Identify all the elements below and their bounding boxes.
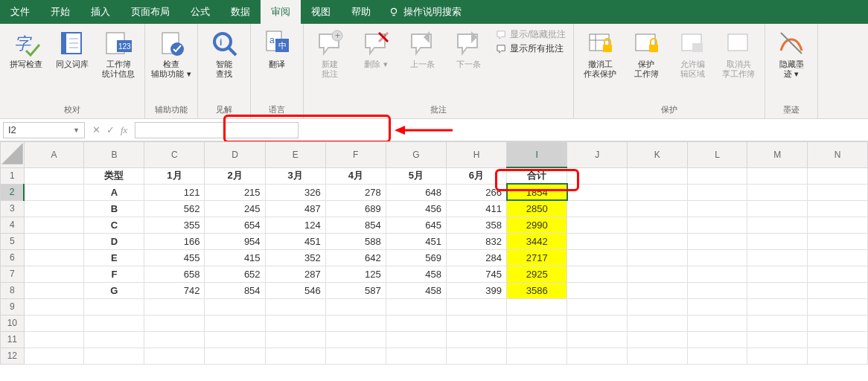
cell-D11[interactable]	[205, 331, 265, 348]
cell-F2[interactable]: 278	[325, 184, 386, 200]
col-header-F[interactable]: F	[325, 142, 386, 168]
row-header-11[interactable]: 11	[1, 331, 25, 348]
cell-K10[interactable]	[628, 315, 688, 331]
cell-I4[interactable]: 2990	[507, 217, 567, 233]
cell-C3[interactable]: 562	[144, 200, 205, 217]
cell-I9[interactable]	[507, 298, 567, 315]
cell-G4[interactable]: 645	[386, 217, 446, 233]
cell-L3[interactable]	[687, 200, 747, 217]
row-header-10[interactable]: 10	[1, 315, 25, 331]
row-header-1[interactable]: 1	[1, 167, 25, 184]
cell-F12[interactable]	[325, 348, 386, 364]
cell-B7[interactable]: F	[84, 266, 144, 282]
cell-D1[interactable]: 2月	[205, 167, 265, 184]
allow-edit-ranges-button[interactable]: 允许编 辑区域	[671, 27, 714, 79]
cell-N12[interactable]	[808, 348, 868, 364]
enter-formula-icon[interactable]: ✓	[106, 124, 115, 136]
cell-F10[interactable]	[325, 315, 386, 331]
unprotect-sheet-button[interactable]: 撤消工 作表保护	[578, 27, 622, 79]
cell-N10[interactable]	[808, 315, 868, 331]
col-header-A[interactable]: A	[24, 142, 84, 168]
cell-G5[interactable]: 451	[386, 233, 446, 249]
cell-C2[interactable]: 121	[144, 184, 205, 200]
cell-F11[interactable]	[325, 331, 386, 348]
row-header-9[interactable]: 9	[1, 298, 25, 315]
cell-A8[interactable]	[24, 282, 84, 298]
cell-E10[interactable]	[265, 315, 325, 331]
cell-J11[interactable]	[567, 331, 628, 348]
hide-ink-button[interactable]: 隐藏墨 迹 ▾	[770, 27, 813, 79]
cell-M3[interactable]	[747, 200, 808, 217]
cell-N9[interactable]	[808, 298, 868, 315]
cell-J7[interactable]	[567, 266, 628, 282]
cell-B3[interactable]: B	[84, 200, 144, 217]
cell-C8[interactable]: 742	[144, 282, 205, 298]
cell-I3[interactable]: 2850	[507, 200, 567, 217]
cell-J10[interactable]	[567, 315, 628, 331]
row-header-2[interactable]: 2	[1, 184, 25, 200]
cell-E6[interactable]: 352	[265, 249, 325, 266]
cell-K2[interactable]	[628, 184, 688, 200]
cell-I1[interactable]: 合计	[507, 167, 567, 184]
cell-J5[interactable]	[567, 233, 628, 249]
cell-K3[interactable]	[628, 200, 688, 217]
row-header-6[interactable]: 6	[1, 249, 25, 266]
cell-B6[interactable]: E	[84, 249, 144, 266]
cell-L6[interactable]	[687, 249, 747, 266]
cell-A7[interactable]	[24, 266, 84, 282]
cell-E1[interactable]: 3月	[265, 167, 325, 184]
cell-J12[interactable]	[567, 348, 628, 364]
cell-D9[interactable]	[205, 298, 265, 315]
select-all-corner[interactable]	[1, 142, 25, 168]
cell-N6[interactable]	[808, 249, 868, 266]
cell-G6[interactable]: 569	[386, 249, 446, 266]
cell-A12[interactable]	[24, 348, 84, 364]
cell-K11[interactable]	[628, 331, 688, 348]
protect-workbook-button[interactable]: 保护 工作簿	[625, 27, 668, 79]
cell-H6[interactable]: 284	[446, 249, 506, 266]
cell-K6[interactable]	[628, 249, 688, 266]
cell-A9[interactable]	[24, 298, 84, 315]
cell-C5[interactable]: 166	[144, 233, 205, 249]
cell-B2[interactable]: A	[84, 184, 144, 200]
cell-A4[interactable]	[24, 217, 84, 233]
cell-B10[interactable]	[84, 315, 144, 331]
cell-K4[interactable]	[628, 217, 688, 233]
cell-F4[interactable]: 854	[325, 217, 386, 233]
cell-M11[interactable]	[747, 331, 808, 348]
smart-lookup-button[interactable]: i 智能 查找	[202, 27, 246, 79]
cell-B9[interactable]	[84, 298, 144, 315]
next-comment-button[interactable]: 下一条	[447, 27, 490, 69]
cell-D8[interactable]: 854	[205, 282, 265, 298]
col-header-I[interactable]: I	[507, 142, 567, 168]
cell-G11[interactable]	[386, 331, 446, 348]
cell-H5[interactable]: 832	[446, 233, 506, 249]
cell-I2[interactable]: 1854	[507, 184, 567, 200]
col-header-H[interactable]: H	[446, 142, 506, 168]
cell-G12[interactable]	[386, 348, 446, 364]
cell-B5[interactable]: D	[84, 233, 144, 249]
row-header-3[interactable]: 3	[1, 200, 25, 217]
cell-B8[interactable]: G	[84, 282, 144, 298]
col-header-B[interactable]: B	[84, 142, 144, 168]
cell-D4[interactable]: 654	[205, 217, 265, 233]
cell-L8[interactable]	[687, 282, 747, 298]
cell-H11[interactable]	[446, 331, 506, 348]
cell-I10[interactable]	[507, 315, 567, 331]
cell-D5[interactable]: 954	[205, 233, 265, 249]
cell-H10[interactable]	[446, 315, 506, 331]
cell-K7[interactable]	[628, 266, 688, 282]
cell-C11[interactable]	[144, 331, 205, 348]
cell-D3[interactable]: 245	[205, 200, 265, 217]
cell-K1[interactable]	[628, 167, 688, 184]
cell-K8[interactable]	[628, 282, 688, 298]
spell-check-button[interactable]: 字 拼写检查	[4, 27, 48, 69]
cell-H4[interactable]: 358	[446, 217, 506, 233]
cell-I7[interactable]: 2925	[507, 266, 567, 282]
cell-E4[interactable]: 124	[265, 217, 325, 233]
prev-comment-button[interactable]: 上一条	[401, 27, 444, 69]
cell-I6[interactable]: 2717	[507, 249, 567, 266]
col-header-M[interactable]: M	[747, 142, 808, 168]
cell-A3[interactable]	[24, 200, 84, 217]
show-hide-comment-button[interactable]: 显示/隐藏批注	[496, 28, 566, 41]
